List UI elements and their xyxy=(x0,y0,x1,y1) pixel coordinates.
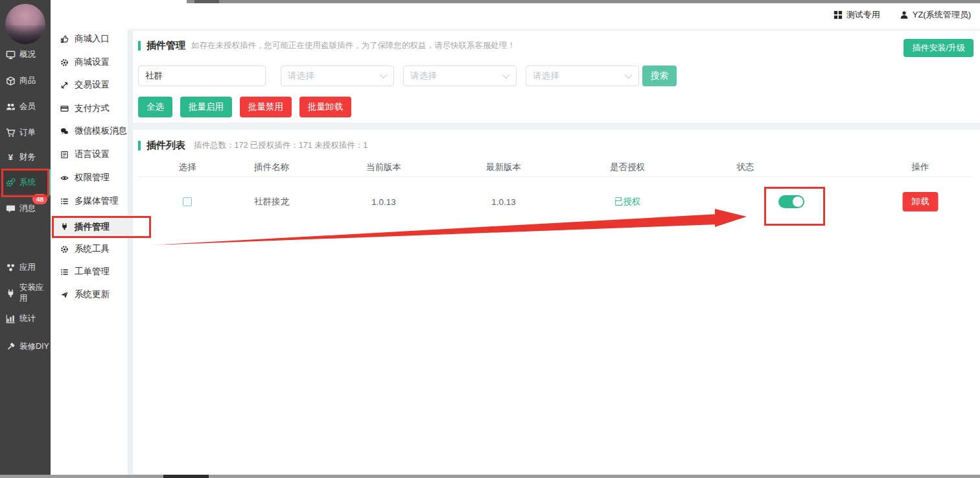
plugin-name: 社群接龙 xyxy=(254,196,289,208)
user-icon xyxy=(900,10,909,19)
message-icon xyxy=(6,204,16,213)
sidebar-item-members[interactable]: 会员 xyxy=(0,95,51,118)
top-scrollbar-strip xyxy=(187,0,980,3)
sidebar-item-install-app[interactable]: 安装应用 xyxy=(0,281,51,305)
submenu-item-shop-settings[interactable]: 商城设置 xyxy=(51,51,128,73)
paper-plane-icon xyxy=(60,291,69,299)
submenu-item-label: 工单管理 xyxy=(75,266,110,278)
bottom-scrollbar-strip xyxy=(0,475,980,478)
submenu-item-label: 交易设置 xyxy=(75,79,110,91)
submenu-item-wechat-template[interactable]: 微信模板消息 xyxy=(51,120,128,142)
submenu-item-plugin-manager[interactable]: 插件管理 xyxy=(51,216,128,237)
workspace-switcher[interactable]: 测试专用 xyxy=(834,9,880,21)
col-header-actions: 操作 xyxy=(912,161,929,173)
submenu-item-work-orders[interactable]: 工单管理 xyxy=(51,261,128,283)
bottom-scrollbar-thumb[interactable] xyxy=(163,475,209,478)
message-count-badge: 48 xyxy=(32,194,47,204)
uninstall-button[interactable]: 卸载 xyxy=(903,192,939,211)
active-indicator xyxy=(48,169,51,195)
gear-icon xyxy=(60,245,69,254)
plugin-manager-panel: 插件管理 如存在未授权插件，您可能正在使用盗版插件，为了保障您的权益，请尽快联系… xyxy=(133,31,980,123)
filter-select-2[interactable]: 请选择 xyxy=(403,66,517,86)
batch-disable-button[interactable]: 批量禁用 xyxy=(240,97,292,117)
sidebar-item-label: 商品 xyxy=(19,75,36,86)
submenu-item-label: 插件管理 xyxy=(75,221,110,233)
sidebar-item-stats[interactable]: 统计 xyxy=(0,307,51,330)
trade-arrows-icon xyxy=(60,81,69,90)
filter-select-1[interactable]: 请选择 xyxy=(281,66,394,86)
sidebar-item-finance[interactable]: ¥ 财务 xyxy=(0,145,51,169)
latest-version: 1.0.13 xyxy=(491,197,516,207)
sidebar-item-label: 财务 xyxy=(19,152,36,163)
svg-text:¥: ¥ xyxy=(8,152,14,162)
select-placeholder: 请选择 xyxy=(410,70,437,82)
submenu-item-label: 语言设置 xyxy=(75,149,110,160)
workspace-label: 测试专用 xyxy=(846,9,880,21)
chevron-down-icon xyxy=(625,71,632,78)
sidebar-gap xyxy=(128,30,133,478)
unauthorized-warning: 如存在未授权插件，您可能正在使用盗版插件，为了保障您的权益，请尽快联系客服处理！ xyxy=(191,40,515,51)
panel-title: 插件管理 xyxy=(146,40,185,52)
submenu-item-label: 商城设置 xyxy=(75,56,110,68)
sidebar-item-label: 会员 xyxy=(19,101,36,112)
status-toggle[interactable] xyxy=(778,195,804,208)
sidebar-item-label: 概况 xyxy=(19,49,36,60)
plugin-list-panel: 插件列表 插件总数：172 已授权插件：171 未授权插件：1 选择 插件名称 … xyxy=(133,130,980,474)
submenu-item-label: 支付方式 xyxy=(75,102,110,114)
select-all-button[interactable]: 全选 xyxy=(138,97,172,117)
sidebar-item-overview[interactable]: 概况 xyxy=(0,43,51,66)
app-window: 概况 商品 会员 订单 ¥ 财务 系统 消息 48 应用 xyxy=(0,0,980,478)
submenu-item-language[interactable]: 语言设置 xyxy=(51,143,128,165)
sidebar-item-label: 装修DIY xyxy=(19,341,49,352)
sidebar-item-diy[interactable]: 装修DIY xyxy=(0,335,51,358)
plug-icon xyxy=(6,289,16,298)
user-menu[interactable]: YZ(系统管理员) xyxy=(900,9,971,21)
filter-select-3[interactable]: 请选择 xyxy=(526,66,639,86)
sidebar-item-apps[interactable]: 应用 xyxy=(0,256,51,279)
install-upgrade-button[interactable]: 插件安装/升级 xyxy=(904,39,974,57)
sidebar-item-system[interactable]: 系统 xyxy=(0,171,51,194)
title-accent-bar xyxy=(138,41,141,51)
row-checkbox[interactable] xyxy=(183,197,192,206)
secondary-sidebar: 商城入口 商城设置 交易设置 支付方式 微信模板消息 语言设置 权限管理 多媒 xyxy=(51,0,128,478)
col-header-auth: 是否授权 xyxy=(610,161,645,173)
authorized-status: 已授权 xyxy=(614,196,641,208)
col-header-select: 选择 xyxy=(179,161,196,173)
submenu-item-label: 系统工具 xyxy=(75,243,110,255)
batch-uninstall-button[interactable]: 批量卸载 xyxy=(299,97,351,117)
top-scrollbar-thumb[interactable] xyxy=(194,0,219,3)
search-button[interactable]: 搜索 xyxy=(642,66,677,86)
grid-icon xyxy=(834,10,843,19)
plugin-stats: 插件总数：172 已授权插件：171 未授权插件：1 xyxy=(194,140,368,151)
submenu-item-payment[interactable]: 支付方式 xyxy=(51,97,128,119)
submenu-item-shop-entry[interactable]: 商城入口 xyxy=(51,28,128,50)
sidebar-item-label: 安装应用 xyxy=(19,282,51,304)
primary-sidebar: 概况 商品 会员 订单 ¥ 财务 系统 消息 48 应用 xyxy=(0,0,51,478)
user-label: YZ(系统管理员) xyxy=(913,9,971,21)
plugin-search-input[interactable] xyxy=(138,66,266,86)
overview-icon xyxy=(6,50,16,60)
sidebar-item-goods[interactable]: 商品 xyxy=(0,69,51,92)
thumbs-up-icon xyxy=(60,35,69,43)
submenu-item-trade-settings[interactable]: 交易设置 xyxy=(51,74,128,96)
submenu-item-system-tools[interactable]: 系统工具 xyxy=(51,238,128,260)
credit-card-icon xyxy=(60,104,69,113)
sidebar-item-label: 订单 xyxy=(19,127,36,138)
batch-enable-button[interactable]: 批量启用 xyxy=(180,97,232,117)
submenu-item-permissions[interactable]: 权限管理 xyxy=(51,167,128,189)
title-accent-bar xyxy=(138,141,141,150)
submenu-item-media[interactable]: 多媒体管理 xyxy=(51,190,128,212)
list-icon xyxy=(60,268,69,276)
select-placeholder: 请选择 xyxy=(288,70,314,82)
submenu-item-label: 多媒体管理 xyxy=(75,195,119,207)
sidebar-item-orders[interactable]: 订单 xyxy=(0,121,51,144)
submenu-item-system-update[interactable]: 系统更新 xyxy=(51,283,128,305)
col-header-status: 状态 xyxy=(737,161,754,173)
chevron-down-icon xyxy=(380,71,387,78)
row-checkbox-cell xyxy=(183,197,192,206)
avatar[interactable] xyxy=(5,4,45,44)
system-gears-icon xyxy=(6,178,16,187)
chevron-down-icon xyxy=(502,71,509,78)
sidebar-item-label: 统计 xyxy=(19,313,36,324)
top-header: 测试专用 YZ(系统管理员) xyxy=(128,0,980,30)
